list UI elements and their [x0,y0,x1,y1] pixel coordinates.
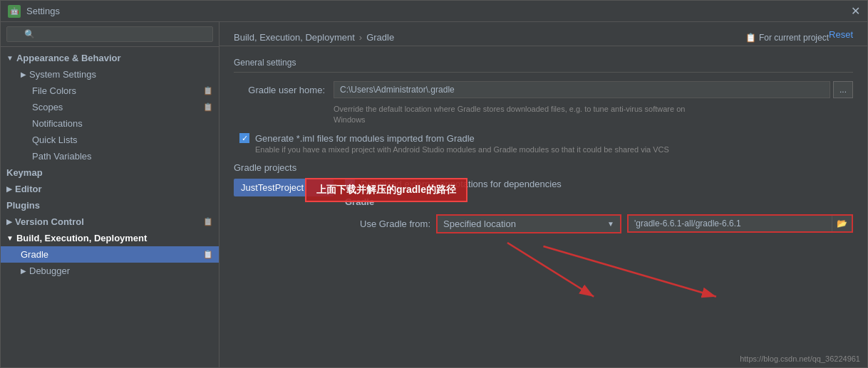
breadcrumb-separator: › [359,32,362,43]
window-title: Settings [26,6,851,16]
scopes-icon: 📋 [203,102,213,112]
search-input[interactable] [6,26,213,42]
project-label-wrap: 📋 For current project [745,33,829,43]
svg-line-1 [507,243,594,297]
generate-iml-checkbox[interactable]: ✓ [239,133,249,143]
use-gradle-from-label: Use Gradle from: [345,219,430,229]
general-settings-title: General settings [234,58,853,73]
main-content: ▼ Appearance & Behavior ▶ System Setting… [1,22,867,367]
sidebar-item-label: Debugger [29,266,70,276]
generate-iml-label: Generate *.iml files for modules importe… [255,133,475,144]
sidebar-item-gradle[interactable]: Gradle 📋 [1,246,219,263]
dropdown-arrow-icon: ▼ [607,220,614,228]
main-body: General settings Gradle user home: ... O… [219,46,867,367]
sidebar-item-quick-lists[interactable]: Quick Lists [1,132,219,148]
sidebar-item-build-exec[interactable]: ▼ Build, Execution, Deployment [1,230,219,246]
project-icon: 📋 [745,33,756,43]
gradle-icon: 📋 [203,250,213,259]
gradle-path-input[interactable] [629,216,832,231]
sidebar-item-version-control[interactable]: ▶ Version Control 📋 [1,214,219,230]
settings-window: 🤖 Settings ✕ ▼ Appearance & Behavior ▶ S… [0,0,868,368]
sidebar-item-label: Build, Execution, Deployment [16,233,147,243]
sidebar-item-label: Editor [15,184,42,194]
sidebar-item-label: System Settings [29,69,96,80]
sidebar-item-debugger[interactable]: ▶ Debugger [1,263,219,279]
sidebar-item-label: Appearance & Behavior [16,53,121,63]
arrow-icon: ▶ [21,267,26,275]
sidebar-item-file-colors[interactable]: File Colors 📋 [1,83,219,99]
sidebar-item-label: Plugins [6,200,40,211]
arrow-icon: ▶ [6,218,12,226]
close-button[interactable]: ✕ [851,4,860,18]
sidebar-item-appearance[interactable]: ▼ Appearance & Behavior [1,50,219,66]
breadcrumb: Build, Execution, Deployment › Gradle [234,32,731,43]
arrow-icon: ▼ [6,54,14,62]
bottom-url: https://blog.csdn.net/qq_36224961 [740,354,860,363]
gradle-path-browse-button[interactable]: 📂 [832,216,852,231]
sidebar-item-scopes[interactable]: Scopes 📋 [1,99,219,115]
arrow-icon: ▶ [21,70,26,78]
hint-line1: Override the default location where Grad… [334,105,685,113]
arrow-icon: ▶ [6,185,12,193]
main-panel: Build, Execution, Deployment › Gradle 📋 … [219,22,867,367]
annotation-box: 上面下载并解压的gradle的路径 [305,178,467,202]
sidebar-item-editor[interactable]: ▶ Editor [1,181,219,197]
gradle-home-input-wrap: ... [334,81,853,98]
generate-iml-hint: Enable if you have a mixed project with … [255,145,853,154]
gradle-home-row: Gradle user home: ... [234,81,853,98]
title-bar: 🤖 Settings ✕ [1,1,867,22]
generate-iml-checkbox-wrap: ✓ Generate *.iml files for modules impor… [239,133,853,144]
sidebar-item-label: Version Control [15,216,84,227]
sidebar-search-wrap [1,22,219,47]
breadcrumb-current: Gradle [366,32,394,43]
reset-button[interactable]: Reset [829,29,853,46]
sidebar-item-label: Scopes [32,102,63,112]
generate-iml-row: ✓ Generate *.iml files for modules impor… [239,133,853,154]
hint-line2: Windows [334,115,366,124]
gradle-path-wrap: 📂 [627,214,853,233]
arrow-icon: ▼ [6,234,14,242]
project-label: For current project [759,33,829,43]
sidebar-item-label: Notifications [32,118,83,129]
gradle-home-input[interactable] [334,81,830,98]
sidebar-item-label: File Colors [32,85,76,96]
gradle-projects-title: Gradle projects [234,162,853,173]
sidebar-item-path-variables[interactable]: Path Variables [1,148,219,164]
gradle-home-hint: Override the default location where Grad… [334,104,853,126]
file-colors-icon: 📋 [203,86,213,95]
use-gradle-from-dropdown[interactable]: Specified location ▼ [436,214,621,233]
gradle-home-label: Gradle user home: [234,85,334,95]
sidebar-items-list: ▼ Appearance & Behavior ▶ System Setting… [1,47,219,367]
sidebar-item-system-settings[interactable]: ▶ System Settings [1,66,219,83]
sidebar: ▼ Appearance & Behavior ▶ System Setting… [1,22,219,367]
sidebar-item-label: Path Variables [32,151,92,162]
sidebar-item-keymap[interactable]: Keymap [1,164,219,181]
breadcrumb-parent: Build, Execution, Deployment [234,32,355,43]
vc-icon: 📋 [203,217,213,226]
app-icon: 🤖 [8,5,21,18]
use-gradle-from-row: Use Gradle from: Specified location ▼ 📂 [345,214,853,233]
sidebar-item-notifications[interactable]: Notifications [1,115,219,132]
sidebar-item-label: Gradle [21,249,48,260]
svg-line-2 [544,246,716,297]
dropdown-selected-value: Specified location [443,219,607,229]
gradle-home-browse-button[interactable]: ... [833,81,853,98]
sidebar-item-label: Quick Lists [32,135,78,145]
sidebar-item-plugins[interactable]: Plugins [1,197,219,214]
main-header: Build, Execution, Deployment › Gradle 📋 … [219,22,867,46]
sidebar-item-label: Keymap [6,167,43,178]
